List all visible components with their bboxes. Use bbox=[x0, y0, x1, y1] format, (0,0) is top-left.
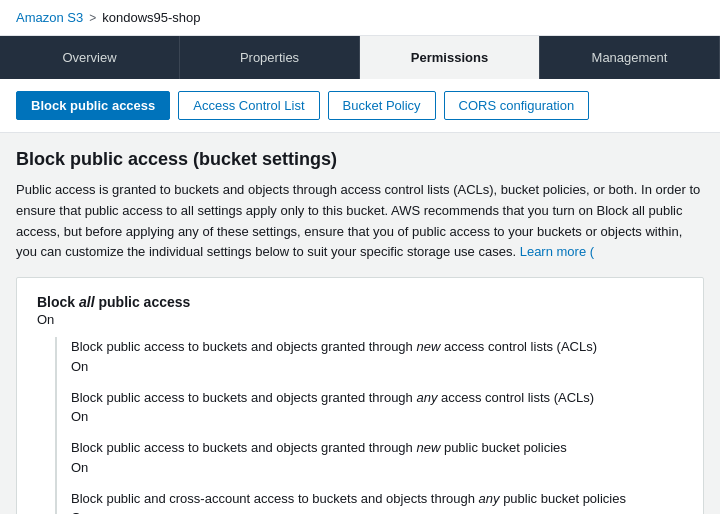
learn-more-link[interactable]: Learn more ( bbox=[520, 244, 594, 259]
sub-setting-item-2: Block public access to buckets and objec… bbox=[71, 388, 683, 425]
sub-setting-label-3: Block public access to buckets and objec… bbox=[71, 438, 683, 458]
sub-setting-status-4: On bbox=[71, 510, 683, 514]
tab-properties[interactable]: Properties bbox=[180, 36, 360, 79]
subtab-bucket-policy[interactable]: Bucket Policy bbox=[328, 91, 436, 120]
tab-management[interactable]: Management bbox=[540, 36, 720, 79]
sub-setting-item-3: Block public access to buckets and objec… bbox=[71, 438, 683, 475]
tab-overview[interactable]: Overview bbox=[0, 36, 180, 79]
tab-permissions[interactable]: Permissions bbox=[360, 36, 540, 79]
breadcrumb-parent[interactable]: Amazon S3 bbox=[16, 10, 83, 25]
subtab-navigation: Block public access Access Control List … bbox=[0, 79, 720, 133]
block-all-label: Block all public access bbox=[37, 294, 683, 310]
page-title: Block public access (bucket settings) bbox=[16, 149, 704, 170]
sub-setting-label-4: Block public and cross-account access to… bbox=[71, 489, 683, 509]
page-description: Public access is granted to buckets and … bbox=[16, 180, 704, 263]
breadcrumb: Amazon S3 > kondows95-shop bbox=[0, 0, 720, 36]
main-content: Block public access (bucket settings) Pu… bbox=[0, 133, 720, 514]
sub-setting-label-1: Block public access to buckets and objec… bbox=[71, 337, 683, 357]
subtab-cors-configuration[interactable]: CORS configuration bbox=[444, 91, 590, 120]
sub-setting-status-1: On bbox=[71, 359, 683, 374]
sub-setting-item-4: Block public and cross-account access to… bbox=[71, 489, 683, 514]
block-all-status: On bbox=[37, 312, 683, 327]
subtab-block-public-access[interactable]: Block public access bbox=[16, 91, 170, 120]
sub-setting-status-2: On bbox=[71, 409, 683, 424]
sub-setting-item-1: Block public access to buckets and objec… bbox=[71, 337, 683, 374]
tab-navigation: Overview Properties Permissions Manageme… bbox=[0, 36, 720, 79]
settings-card: Block all public access On Block public … bbox=[16, 277, 704, 514]
sub-setting-status-3: On bbox=[71, 460, 683, 475]
sub-settings-list: Block public access to buckets and objec… bbox=[55, 337, 683, 514]
sub-setting-label-2: Block public access to buckets and objec… bbox=[71, 388, 683, 408]
breadcrumb-separator: > bbox=[89, 11, 96, 25]
subtab-access-control-list[interactable]: Access Control List bbox=[178, 91, 319, 120]
breadcrumb-current: kondows95-shop bbox=[102, 10, 200, 25]
